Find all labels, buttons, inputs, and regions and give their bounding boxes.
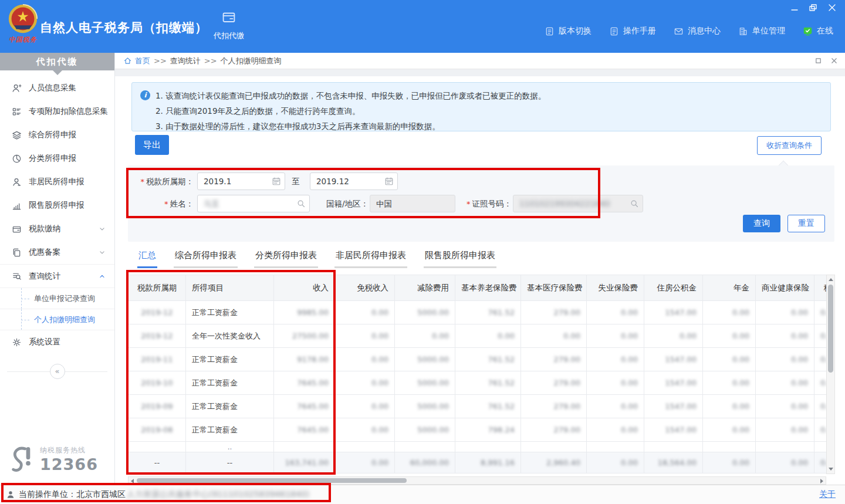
table-cell: 正常工资薪金 — [186, 301, 274, 324]
table-cell: 0.00 — [703, 371, 756, 395]
app-title: 自然人电子税务局（扣缴端） — [40, 19, 208, 36]
sidebar-item-classified-income-declare[interactable]: 分类所得申报 — [0, 147, 114, 170]
hotline: 纳税服务热线 12366 — [9, 445, 98, 474]
name-input[interactable]: 马某 — [197, 195, 310, 212]
table-row[interactable]: 2019-10正常工资薪金7645.000.005000.00761.52279… — [129, 371, 827, 395]
collapse-query-button[interactable]: 收折查询条件 — [757, 136, 822, 155]
reset-button[interactable]: 重置 — [787, 215, 825, 232]
tab-summary[interactable]: 汇总 — [137, 250, 157, 268]
nationality-input[interactable]: 中国 — [370, 195, 455, 212]
wallet-icon — [12, 224, 22, 234]
to-label: 至 — [290, 172, 302, 190]
sidebar-menu: 人员信息采集专项附加扣除信息采集综合所得申报分类所得申报非居民所得申报限售股所得… — [0, 76, 114, 354]
table-cell: 0.00 — [395, 324, 455, 348]
breadcrumb-item[interactable]: 个人扣缴明细查询 — [221, 56, 282, 65]
sidebar-item-nonresident-income-declare[interactable]: 非居民所得申报 — [0, 170, 114, 194]
table-cell: 0.00 — [335, 301, 395, 324]
breadcrumb-item[interactable]: 查询统计 — [170, 56, 201, 65]
sidebar-item-label: 综合所得申报 — [29, 130, 76, 140]
window-minimize-icon[interactable] — [790, 4, 799, 12]
horizontal-scrollbar[interactable] — [128, 476, 826, 485]
table-cell: 0.00 — [587, 452, 644, 473]
period-to-input[interactable]: 2019.12 — [310, 172, 398, 190]
sidebar-item-label: 分类所得申报 — [29, 153, 76, 164]
period-label: *税款所属期： — [128, 172, 194, 191]
window-close-icon[interactable] — [827, 4, 837, 12]
header-menu-unit-management[interactable]: 单位管理 — [738, 26, 785, 36]
breadcrumb-home[interactable]: 首页 — [135, 56, 150, 65]
sidebar-item-special-deduction-collection[interactable]: 专项附加扣除信息采集 — [0, 100, 114, 123]
sidebar-item-person-info-collection[interactable]: 人员信息采集 — [0, 76, 114, 100]
table-cell: 8,991.16 — [455, 452, 521, 473]
tab-nonresident-income-table[interactable]: 非居民所得申报表 — [334, 250, 407, 268]
layers-icon — [12, 130, 22, 140]
table-row[interactable]: 2019-09正常工资薪金7645.000.005000.00761.52279… — [129, 395, 827, 418]
sidebar-item-tax-payment[interactable]: 税款缴纳 — [0, 217, 114, 241]
header-menu-operation-manual[interactable]: 操作手册 — [609, 26, 656, 36]
chevron-down-icon — [98, 248, 106, 256]
search-button[interactable]: 查询 — [743, 215, 780, 232]
table-cell: 27500.00 — [274, 324, 335, 348]
vertical-scrollbar[interactable] — [826, 275, 835, 474]
window-restore-icon[interactable] — [809, 4, 818, 12]
sidebar-item-query-statistics[interactable]: 查询统计 — [0, 264, 114, 287]
table-cell: 761.52 — [455, 395, 521, 418]
header-menu: 版本切换操作手册消息中心单位管理在线 — [545, 26, 833, 36]
header-menu-label: 消息中心 — [688, 26, 721, 36]
period-from-input[interactable]: 2019.1 — [197, 172, 285, 190]
panel-close-icon[interactable] — [830, 57, 838, 65]
id-number-input[interactable]: 110102199304221840 — [513, 195, 643, 212]
sidebar-subitem-unit-declare-record-query[interactable]: 单位申报记录查询 — [0, 288, 114, 309]
info-icon: i — [140, 90, 150, 100]
nav-tab-withholding[interactable]: 代扣代缴 — [204, 9, 254, 41]
scroll-up-arrow-icon[interactable] — [829, 278, 833, 281]
table-cell: 0.00 — [703, 395, 756, 418]
table-column-header: 商业健康保险 — [756, 275, 814, 301]
table-cell: 798.24 — [455, 418, 521, 442]
scroll-down-arrow-icon[interactable] — [829, 468, 833, 471]
header-menu-label: 单位管理 — [752, 26, 785, 36]
table-cell: 2,960.40 — [521, 452, 587, 473]
table-cell: 761.52 — [455, 371, 521, 395]
panel-restore-icon[interactable] — [814, 57, 822, 65]
table-cell: 1547.00 — [644, 395, 703, 418]
national-emblem-logo — [8, 4, 38, 34]
horizontal-scroll-thumb[interactable] — [137, 478, 407, 483]
sidebar-subitem-personal-withholding-detail-query[interactable]: 个人扣缴明细查询 — [0, 309, 114, 330]
sidebar-item-preferential-filing[interactable]: 优惠备案 — [0, 241, 114, 264]
table-row[interactable]: 2019-08正常工资薪金7645.000.005000.00798.24279… — [129, 418, 827, 442]
user-icon — [6, 490, 15, 499]
table-cell: 5000.00 — [395, 348, 455, 371]
table-row[interactable]: 2019-12全年一次性奖金收入27500.000.000.000.000.00… — [129, 324, 827, 348]
sidebar-item-restricted-shares-declare[interactable]: 限售股所得申报 — [0, 194, 114, 217]
about-link[interactable]: 关于 — [819, 489, 836, 500]
table-row[interactable]: 2019-11正常工资薪金9178.000.005000.00761.52279… — [129, 348, 827, 371]
sidebar-item-label: 非居民所得申报 — [29, 177, 84, 187]
vertical-scroll-thumb[interactable] — [828, 285, 833, 373]
header-menu-online-status[interactable]: 在线 — [803, 26, 833, 36]
tab-restricted-shares-table[interactable]: 限售股所得申报表 — [424, 250, 496, 268]
header-menu-label: 在线 — [817, 26, 833, 36]
table-cell: 18,564.00 — [644, 452, 703, 473]
table-total-row: ----163,741.000.0060,000.008,991.162,960… — [129, 452, 827, 473]
sidebar-collapse-row: « — [0, 363, 114, 380]
table-column-header: 收入 — [274, 275, 335, 301]
tab-classified-income-table[interactable]: 分类所得申报表 — [254, 250, 318, 268]
tab-comprehensive-income-table[interactable]: 综合所得申报表 — [174, 250, 238, 268]
table-cell: 正常工资薪金 — [186, 418, 274, 442]
header-menu-message-center[interactable]: 消息中心 — [674, 26, 721, 36]
sidebar-collapse-button[interactable]: « — [50, 364, 65, 379]
scroll-right-arrow-icon[interactable] — [820, 479, 823, 483]
table-cell: 正常工资薪金 — [186, 348, 274, 371]
sidebar-item-comprehensive-income-declare[interactable]: 综合所得申报 — [0, 123, 114, 147]
table-row[interactable]: 2019-12正常工资薪金9985.000.005000.00761.52279… — [129, 301, 827, 324]
app-logo: 中国税务 — [6, 4, 40, 44]
query-form: *税款所属期： 2019.1 至 2019.12 *姓名： 马某 国籍/地区： — [128, 165, 834, 242]
sidebar-item-system-settings[interactable]: 系统设置 — [0, 330, 114, 354]
table-cell: 0.00 — [756, 371, 814, 395]
export-button[interactable]: 导出 — [135, 135, 169, 155]
person-icon — [12, 177, 22, 187]
scroll-left-arrow-icon[interactable] — [131, 479, 134, 483]
header-menu-version-switch[interactable]: 版本切换 — [545, 26, 592, 36]
search-icon — [630, 199, 639, 208]
